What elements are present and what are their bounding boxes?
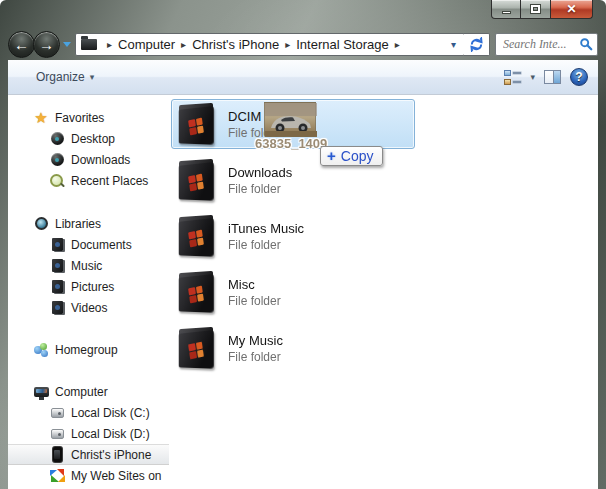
sidebar-item-label: Pictures bbox=[71, 280, 114, 294]
minimize-icon bbox=[502, 11, 511, 14]
sidebar-spacer bbox=[8, 360, 169, 381]
back-button[interactable]: ← bbox=[8, 31, 35, 58]
organize-label: Organize bbox=[36, 70, 85, 84]
libraries-icon bbox=[33, 216, 49, 232]
sidebar-item-label: Music bbox=[71, 259, 102, 273]
maximize-icon bbox=[531, 5, 540, 13]
documents-icon bbox=[49, 237, 65, 253]
organize-button[interactable]: Organize ▾ bbox=[28, 66, 102, 88]
copy-label: Copy bbox=[341, 148, 374, 164]
command-toolbar: Organize ▾ ▾ ? bbox=[8, 60, 598, 95]
folder-type: File folder bbox=[228, 182, 292, 196]
chevron-icon[interactable]: ▸ bbox=[175, 39, 192, 50]
breadcrumb-item-device[interactable]: Christ's iPhone bbox=[192, 37, 279, 52]
sidebar-item-desktop[interactable]: Desktop bbox=[8, 128, 169, 149]
folder-row-misc[interactable]: Misc File folder bbox=[171, 267, 415, 317]
sidebar-item-favorites[interactable]: ★ Favorites bbox=[8, 107, 169, 128]
sidebar-item-label: Local Disk (C:) bbox=[71, 406, 150, 420]
magnifier-icon bbox=[49, 173, 65, 189]
refresh-icon bbox=[469, 37, 484, 52]
breadcrumb-item-computer[interactable]: Computer bbox=[118, 37, 175, 52]
folder-name: iTunes Music bbox=[228, 221, 304, 236]
drag-filename: 63835_1409 bbox=[255, 136, 327, 151]
search-icon[interactable] bbox=[579, 37, 593, 51]
change-view-button[interactable] bbox=[504, 70, 521, 85]
folder-type: File folder bbox=[228, 238, 304, 252]
question-icon: ? bbox=[575, 70, 582, 84]
sidebar-item-my-web-sites[interactable]: My Web Sites on bbox=[8, 465, 169, 486]
folder-name: Downloads bbox=[228, 165, 292, 180]
sidebar-item-label: Videos bbox=[71, 301, 107, 315]
folder-name: My Music bbox=[228, 333, 283, 348]
folder-row-my-music[interactable]: My Music File folder bbox=[171, 323, 415, 373]
sidebar-item-label: Favorites bbox=[55, 111, 104, 125]
sidebar-item-pictures[interactable]: Pictures bbox=[8, 276, 169, 297]
preview-pane-button[interactable] bbox=[544, 70, 561, 84]
disk-icon bbox=[49, 405, 65, 421]
sidebar-item-music[interactable]: Music bbox=[8, 255, 169, 276]
sidebar-item-recent-places[interactable]: Recent Places bbox=[8, 170, 169, 191]
folder-row-itunes-music[interactable]: iTunes Music File folder bbox=[171, 211, 415, 261]
chevron-icon[interactable]: ▸ bbox=[101, 39, 118, 50]
explorer-window: ✕ ← → ▸ Computer ▸ Christ's iPhone ▸ Int… bbox=[0, 0, 606, 489]
sidebar-item-documents[interactable]: Documents bbox=[8, 234, 169, 255]
plus-icon: + bbox=[327, 147, 336, 164]
sidebar-spacer bbox=[8, 318, 169, 339]
search-box bbox=[495, 33, 598, 56]
pictures-icon bbox=[49, 279, 65, 295]
views-dropdown-icon[interactable]: ▾ bbox=[530, 72, 535, 82]
address-dropdown-icon[interactable]: ▾ bbox=[443, 39, 464, 50]
computer-icon bbox=[33, 384, 49, 400]
sidebar-item-local-disk-d[interactable]: Local Disk (D:) bbox=[8, 423, 169, 444]
sidebar-item-label: Christ's iPhone bbox=[71, 448, 151, 462]
sidebar-item-label: Local Disk (D:) bbox=[71, 427, 150, 441]
desktop-icon bbox=[49, 131, 65, 147]
iphone-icon bbox=[49, 447, 65, 463]
sidebar-item-label: Computer bbox=[55, 385, 108, 399]
sidebar-item-computer[interactable]: Computer bbox=[8, 381, 169, 402]
music-icon bbox=[49, 258, 65, 274]
sidebar-item-homegroup[interactable]: Homegroup bbox=[8, 339, 169, 360]
sidebar-item-label: Homegroup bbox=[55, 343, 118, 357]
car-image bbox=[265, 103, 317, 137]
folder-icon bbox=[176, 214, 218, 258]
forward-button[interactable]: → bbox=[33, 31, 60, 58]
drag-thumbnail-image[interactable] bbox=[264, 102, 316, 136]
maximize-button[interactable] bbox=[521, 0, 550, 19]
sidebar-item-local-disk-c[interactable]: Local Disk (C:) bbox=[8, 402, 169, 423]
copy-tooltip: + Copy bbox=[320, 146, 383, 166]
breadcrumb[interactable]: ▸ Computer ▸ Christ's iPhone ▸ Internal … bbox=[75, 33, 465, 56]
sidebar-item-label: My Web Sites on bbox=[71, 469, 161, 483]
homegroup-icon bbox=[33, 342, 49, 358]
search-input[interactable] bbox=[503, 37, 579, 52]
sidebar-item-libraries[interactable]: Libraries bbox=[8, 213, 169, 234]
sidebar-item-christs-iphone[interactable]: Christ's iPhone bbox=[8, 444, 169, 465]
chevron-down-icon: ▾ bbox=[90, 72, 95, 82]
title-bar[interactable]: ✕ bbox=[0, 0, 606, 29]
folder-icon bbox=[176, 158, 218, 202]
minimize-button[interactable] bbox=[491, 0, 521, 19]
refresh-button[interactable] bbox=[464, 33, 490, 56]
folder-icon bbox=[176, 270, 218, 314]
help-button[interactable]: ? bbox=[570, 68, 588, 86]
back-icon: ← bbox=[14, 36, 29, 53]
breadcrumb-item-internal-storage[interactable]: Internal Storage bbox=[296, 37, 389, 52]
chevron-icon[interactable]: ▸ bbox=[279, 39, 296, 50]
sidebar-spacer bbox=[8, 191, 169, 213]
folder-icon bbox=[176, 102, 218, 146]
chevron-icon[interactable]: ▸ bbox=[389, 39, 406, 50]
folder-type: File folder bbox=[228, 294, 281, 308]
videos-icon bbox=[49, 300, 65, 316]
folder-icon bbox=[176, 326, 218, 370]
downloads-icon bbox=[49, 152, 65, 168]
file-list: DCIM File folder Downloads File folder bbox=[169, 95, 598, 489]
recent-pages-dropdown[interactable] bbox=[63, 42, 71, 47]
navigation-pane: ★ Favorites Desktop Downloads Recent Pla… bbox=[8, 95, 169, 489]
address-bar: ← → ▸ Computer ▸ Christ's iPhone ▸ Inter… bbox=[8, 30, 598, 58]
sidebar-item-downloads[interactable]: Downloads bbox=[8, 149, 169, 170]
folder-icon bbox=[81, 39, 97, 50]
forward-icon: → bbox=[39, 36, 54, 53]
sidebar-item-videos[interactable]: Videos bbox=[8, 297, 169, 318]
toolbar-right-group: ▾ ? bbox=[504, 68, 588, 86]
close-button[interactable]: ✕ bbox=[550, 0, 593, 19]
